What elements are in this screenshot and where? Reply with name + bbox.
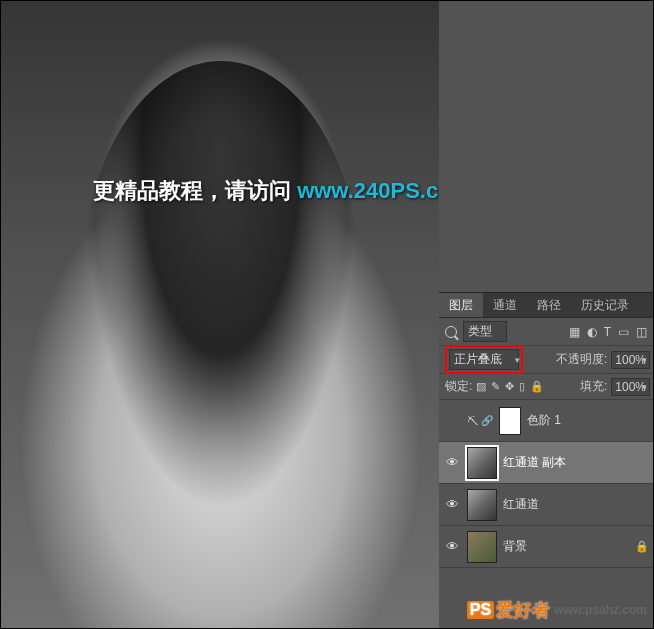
brand-domain: www.psahz.com [554,603,647,617]
brand-text: 爱好者 [496,598,550,622]
brand-badge: PS [467,601,494,619]
image-detail [81,61,361,511]
lock-all-icon[interactable]: 🔒 [530,380,544,393]
image-content [1,1,441,629]
layer-thumb[interactable] [467,447,497,479]
layer-mask-thumb[interactable] [499,407,521,435]
lock-brush-icon[interactable]: ✎ [491,380,500,393]
blend-mode-row: 正片叠底 ▾ 不透明度: 100% ▾ [439,346,653,374]
opacity-input[interactable]: 100% [611,351,650,369]
watermark-corner: PS 爱好者 www.psahz.com [467,598,647,622]
blend-mode-highlight: 正片叠底 [445,345,523,374]
layer-row-red[interactable]: 👁 红通道 [439,484,653,526]
filter-icons: ▦ ◐ T ▭ ◫ [569,325,647,339]
lock-move-icon[interactable]: ✥ [505,380,514,393]
levels-icon: ⛏ [467,415,478,427]
watermark-label: 更精品教程，请访问 [93,178,297,203]
panels-area: 图层 通道 路径 历史记录 类型 ▾ ▦ ◐ T ▭ ◫ 正片叠底 ▾ 不透明度… [439,1,653,629]
lock-icons: ▨ ✎ ✥ ▯ 🔒 [476,380,544,393]
lock-row: 锁定: ▨ ✎ ✥ ▯ 🔒 填充: 100% ▾ [439,374,653,400]
lock-label: 锁定: [445,378,472,395]
filter-adjustment-icon[interactable]: ◐ [587,325,597,339]
tab-paths[interactable]: 路径 [527,293,571,317]
tab-layers[interactable]: 图层 [439,293,483,317]
lock-icon: 🔒 [635,540,649,553]
watermark-text: 更精品教程，请访问 www.240PS.com [93,176,441,206]
filter-shape-icon[interactable]: ▭ [618,325,629,339]
visibility-toggle[interactable]: 👁 [443,497,461,512]
layer-thumb[interactable] [467,489,497,521]
layers-panel: 类型 ▾ ▦ ◐ T ▭ ◫ 正片叠底 ▾ 不透明度: 100% ▾ 锁定: ▨… [439,318,653,568]
lock-transparency-icon[interactable]: ▨ [476,380,486,393]
tab-history[interactable]: 历史记录 [571,293,639,317]
filter-text-icon[interactable]: T [604,325,611,339]
layer-row-background[interactable]: 👁 背景 🔒 [439,526,653,568]
panel-tabs: 图层 通道 路径 历史记录 [439,292,653,318]
watermark-url: www.240PS.com [297,178,441,203]
layer-name[interactable]: 红通道 副本 [503,454,566,471]
layer-name[interactable]: 背景 [503,538,527,555]
visibility-toggle[interactable]: 👁 [443,455,461,470]
opacity-label: 不透明度: [556,351,607,368]
visibility-toggle[interactable]: 👁 [443,539,461,554]
search-icon[interactable] [445,326,457,338]
layer-name[interactable]: 色阶 1 [527,412,561,429]
layer-name[interactable]: 红通道 [503,496,539,513]
adjustment-extras: ⛏ 🔗 [467,415,493,427]
blend-mode-select[interactable]: 正片叠底 [449,349,519,370]
filter-image-icon[interactable]: ▦ [569,325,580,339]
link-icon: 🔗 [481,415,493,426]
layer-row-levels[interactable]: ⛏ 🔗 色阶 1 [439,400,653,442]
layer-filter-row: 类型 ▾ ▦ ◐ T ▭ ◫ [439,318,653,346]
fill-input[interactable]: 100% [611,378,650,396]
lock-artboard-icon[interactable]: ▯ [519,380,525,393]
canvas-area[interactable]: 更精品教程，请访问 www.240PS.com [1,1,441,629]
tab-channels[interactable]: 通道 [483,293,527,317]
filter-type-select[interactable]: 类型 [463,321,507,342]
layer-thumb[interactable] [467,531,497,563]
layers-list: ⛏ 🔗 色阶 1 👁 红通道 副本 👁 红通道 👁 背景 🔒 [439,400,653,568]
layer-row-red-copy[interactable]: 👁 红通道 副本 [439,442,653,484]
fill-label: 填充: [580,378,607,395]
filter-smartobj-icon[interactable]: ◫ [636,325,647,339]
